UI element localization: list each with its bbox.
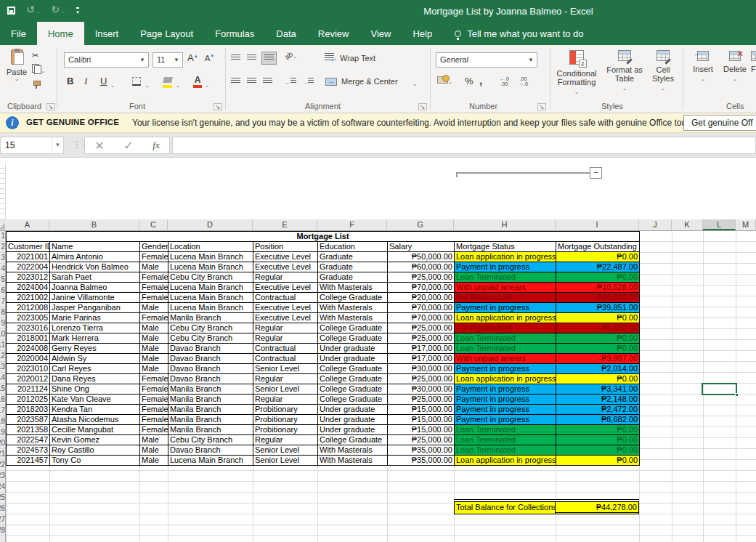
cell[interactable]: ₱0.00	[556, 333, 640, 344]
align-center-button[interactable]	[247, 77, 256, 86]
increase-font-size-button[interactable]: A▲	[187, 52, 198, 63]
cell[interactable]: 2021001	[7, 252, 50, 262]
cell[interactable]: Davao Branch	[168, 344, 253, 354]
enter-icon[interactable]: ✓	[123, 139, 133, 153]
fill-handle[interactable]	[735, 393, 739, 397]
cell[interactable]: 2021457	[7, 456, 50, 466]
cell[interactable]: ₱0.00	[556, 272, 640, 283]
format-as-table-button[interactable]: Format as Table⌄	[604, 50, 645, 92]
align-left-button[interactable]	[231, 77, 240, 86]
cell[interactable]: 2023016	[7, 323, 50, 333]
tab-insert[interactable]: Insert	[84, 22, 130, 45]
cell[interactable]: Sarah Paet	[50, 272, 140, 283]
comma-style-button[interactable]: ,	[479, 74, 482, 86]
cell[interactable]: -₱3,987.00	[556, 354, 640, 364]
cell[interactable]: With Masterals	[318, 456, 388, 466]
redo-icon[interactable]: ↻⌄	[52, 4, 66, 17]
clipboard-dialog-launcher-icon[interactable]: ↘	[46, 103, 55, 110]
row-header-8[interactable]: 8	[0, 307, 5, 318]
cell[interactable]: ₱2,014.00	[556, 364, 640, 374]
row-header-3[interactable]: 3	[0, 253, 5, 264]
row-header-26[interactable]: 26	[0, 503, 5, 514]
cell[interactable]: Female	[140, 415, 168, 425]
cell[interactable]: College Graduate	[318, 323, 388, 333]
cell[interactable]: 2024008	[7, 344, 50, 354]
column-header-L[interactable]: L	[703, 219, 736, 230]
cell[interactable]: With Masterals	[318, 445, 388, 456]
wrap-text-label[interactable]: Wrap Text	[340, 54, 375, 62]
cell[interactable]: College Graduate	[318, 395, 388, 405]
row-header-24[interactable]: 24	[0, 482, 5, 493]
cell[interactable]: ₱35,000.00	[388, 456, 455, 466]
tab-page-layout[interactable]: Page Layout	[129, 22, 204, 45]
cell[interactable]: Davao Branch	[168, 445, 253, 456]
tab-file[interactable]: File	[0, 22, 37, 45]
cell[interactable]: Payment in progress	[455, 262, 556, 272]
cell[interactable]: Loan application in progress	[455, 313, 556, 323]
cancel-icon[interactable]: ✕	[94, 139, 104, 153]
fill-color-caret[interactable]: ⌄	[176, 80, 180, 89]
number-format-select[interactable]: General▼	[436, 52, 537, 68]
row-header-20[interactable]: 20	[0, 438, 5, 449]
cell[interactable]: Male	[140, 445, 168, 456]
cell[interactable]: Manila Branch	[168, 384, 253, 395]
orientation-button[interactable]: ab⌄	[285, 52, 297, 60]
cell[interactable]: ₱3,341.00	[556, 384, 640, 395]
cell[interactable]: Probitionary	[253, 405, 318, 415]
cell[interactable]: 2021358	[7, 425, 50, 435]
row-header-2[interactable]: 2	[0, 242, 5, 253]
cell[interactable]: Manila Branch	[168, 405, 253, 415]
cell[interactable]: Almira Antonio	[50, 252, 140, 262]
cell[interactable]: Lucena Main Branch	[168, 262, 253, 272]
cell[interactable]: ₱70,000.00	[388, 283, 455, 293]
cell[interactable]: With unpaid arrears	[455, 354, 556, 364]
cell[interactable]: ₱2,472.00	[556, 405, 640, 415]
cell[interactable]: ₱17,000.00	[388, 344, 455, 354]
cell[interactable]: ₱25,000.00	[388, 272, 455, 283]
cell[interactable]: 2022004	[7, 262, 50, 272]
cell[interactable]: Graduate	[318, 272, 388, 283]
cell[interactable]: 2024573	[7, 445, 50, 456]
column-header-H[interactable]: H	[454, 219, 556, 230]
cell[interactable]: Kate Van Cleave	[50, 395, 140, 405]
get-genuine-office-button[interactable]: Get genuine Off	[683, 115, 756, 131]
cell[interactable]: ₱70,000.00	[388, 303, 455, 313]
cell[interactable]: Under graduate	[318, 354, 388, 364]
cell[interactable]: ₱0.00	[556, 313, 640, 323]
cell[interactable]: ₱0.00	[556, 456, 640, 466]
cell[interactable]: ₱70,000.00	[388, 313, 455, 323]
cell-styles-button[interactable]: Cell Styles⌄	[648, 50, 678, 92]
cell[interactable]: Cebu City Branch	[168, 272, 253, 283]
row-header-4[interactable]: 4	[0, 264, 5, 275]
borders-caret[interactable]: ⌄	[145, 80, 150, 89]
cell[interactable]: College Graduate	[318, 293, 388, 303]
cell[interactable]: 2021002	[7, 293, 50, 303]
alignment-dialog-launcher-icon[interactable]: ↘	[418, 103, 427, 110]
cell[interactable]: Probitionary	[253, 415, 318, 425]
cell[interactable]: Senior Level	[253, 456, 318, 466]
cell[interactable]: Male	[140, 354, 168, 364]
font-color-button[interactable]: A	[193, 75, 202, 88]
cell[interactable]: 2018001	[7, 333, 50, 344]
cell[interactable]: Contractual	[253, 344, 318, 354]
align-middle-button[interactable]	[247, 54, 256, 62]
row-header-15[interactable]: 15	[0, 384, 5, 395]
cell[interactable]: Loan Terminated	[455, 333, 556, 344]
cell[interactable]: ₱25,000.00	[388, 395, 455, 405]
tab-help[interactable]: Help	[402, 22, 443, 45]
cell[interactable]: Female	[140, 374, 168, 384]
cell[interactable]: 2023012	[7, 272, 50, 283]
cell[interactable]: Male	[140, 303, 168, 313]
cell[interactable]: Lucena Main Branch	[168, 303, 253, 313]
cell[interactable]: ₱25,000.00	[388, 435, 455, 445]
cell[interactable]: Loan Terminated	[455, 344, 556, 354]
merge-center-button[interactable]: ↔	[325, 76, 337, 86]
cell[interactable]: Executive Level	[253, 262, 318, 272]
decrease-indent-button[interactable]: ←	[285, 77, 296, 86]
insert-function-icon[interactable]: fx	[153, 139, 159, 151]
copy-button[interactable]: ⌄	[32, 64, 45, 74]
cell[interactable]: 2020004	[7, 354, 50, 364]
percent-style-button[interactable]: %	[465, 76, 473, 86]
cell[interactable]: Male	[140, 262, 168, 272]
cell[interactable]: ₱15,000.00	[388, 425, 455, 435]
